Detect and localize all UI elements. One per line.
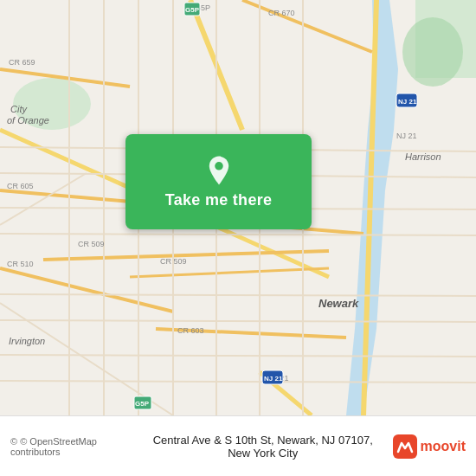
- moovit-logo-text: moovit: [421, 439, 466, 454]
- osm-attribution[interactable]: © OpenStreetMap contributors: [10, 436, 97, 457]
- svg-text:NJ 21: NJ 21: [398, 98, 417, 106]
- svg-text:CR 603: CR 603: [177, 326, 204, 335]
- svg-text:Irvington: Irvington: [9, 336, 45, 346]
- svg-text:CR 510: CR 510: [7, 260, 34, 268]
- svg-text:CR 605: CR 605: [7, 182, 34, 190]
- location-pin-icon: [203, 155, 235, 186]
- svg-point-57: [215, 162, 223, 170]
- svg-point-3: [402, 17, 463, 87]
- bottom-bar: © © OpenStreetMap contributors Central A…: [0, 415, 476, 476]
- map-container: CR 659 CR 670 G5P CR 605 CR 510 CR 509 C…: [0, 0, 476, 415]
- svg-text:Harrison: Harrison: [405, 151, 441, 162]
- svg-text:CR 659: CR 659: [9, 58, 35, 67]
- svg-text:G5P: G5P: [135, 400, 150, 408]
- svg-text:NJ 21: NJ 21: [396, 132, 417, 140]
- svg-text:CR 509: CR 509: [160, 257, 187, 266]
- svg-text:of Orange: of Orange: [7, 115, 49, 125]
- svg-text:Newark: Newark: [318, 297, 359, 310]
- svg-text:CR 509: CR 509: [78, 240, 105, 248]
- moovit-logo-icon: [393, 434, 417, 459]
- take-me-there-button[interactable]: Take me there: [125, 134, 312, 229]
- copyright-text: © © OpenStreetMap contributors: [10, 436, 133, 457]
- moovit-logo: moovit: [393, 434, 466, 459]
- address-text: Central Ave & S 10th St, Newark, NJ 0710…: [140, 434, 386, 460]
- svg-text:NJ 21: NJ 21: [264, 375, 283, 383]
- svg-text:CR 670: CR 670: [268, 9, 295, 17]
- svg-text:City: City: [10, 104, 28, 114]
- copyright-symbol: ©: [10, 436, 17, 447]
- svg-text:G5P: G5P: [185, 6, 200, 14]
- take-me-there-label: Take me there: [165, 191, 273, 209]
